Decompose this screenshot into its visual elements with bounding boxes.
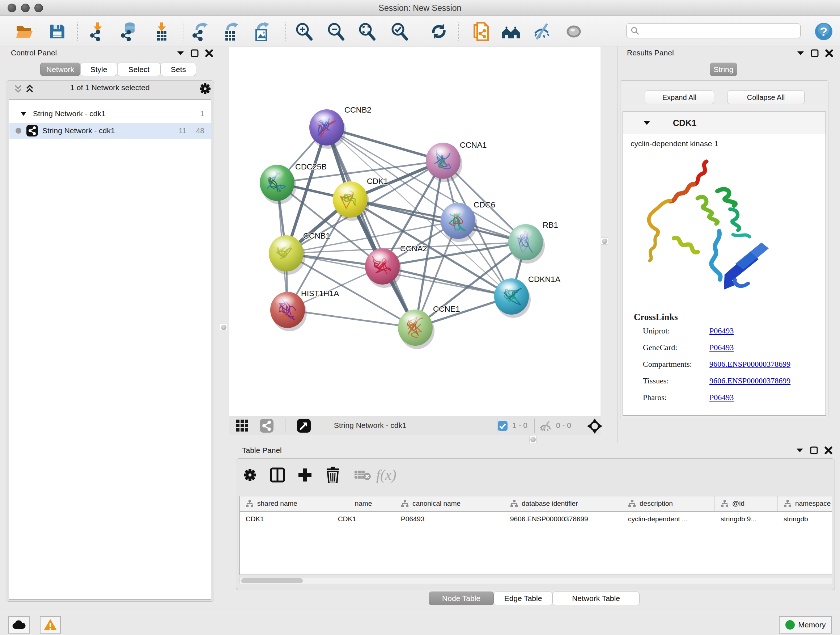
network-edge-CCNB2-CCNE1[interactable]: [327, 127, 415, 328]
crosslink-value-link[interactable]: P06493: [709, 343, 734, 352]
network-row[interactable]: String Network - cdk1 11 48: [9, 123, 211, 139]
tab-select[interactable]: Select: [117, 63, 161, 76]
tab-string-results[interactable]: String: [710, 63, 737, 76]
open-session-icon[interactable]: [14, 21, 35, 42]
table-cell[interactable]: CDK1: [332, 511, 395, 527]
crosslink-value-link[interactable]: P06493: [709, 393, 734, 402]
table-settings-icon[interactable]: [243, 468, 257, 482]
network-node-CDC25B[interactable]: CDC25B: [260, 162, 327, 204]
float-panel-icon[interactable]: [810, 447, 818, 454]
table-column-header[interactable]: shared name: [240, 496, 332, 511]
help-icon[interactable]: ?: [813, 21, 834, 42]
table-column-header[interactable]: canonical name: [395, 496, 504, 511]
network-edge-CCNA2-CDKN1A[interactable]: [382, 266, 512, 296]
network-node-label-CDKN1A: CDKN1A: [528, 275, 561, 284]
float-panel-icon[interactable]: [811, 49, 819, 57]
export-table-icon[interactable]: [220, 21, 241, 42]
zoom-fit-icon[interactable]: [356, 21, 377, 42]
string-view-icon[interactable]: [260, 419, 273, 432]
add-column-icon[interactable]: [297, 467, 313, 483]
crosslink-value-link[interactable]: 9606.ENSP00000378699: [709, 376, 790, 385]
table-cell[interactable]: 9606.ENSP00000378699: [504, 511, 622, 527]
hide-details-icon[interactable]: [531, 21, 553, 42]
delete-table-icon[interactable]: [355, 470, 371, 481]
tab-style[interactable]: Style: [80, 63, 117, 76]
table-column-header[interactable]: @id: [715, 496, 778, 511]
network-node-CDKN1A[interactable]: CDKN1A: [494, 275, 561, 318]
tab-sets[interactable]: Sets: [161, 63, 196, 76]
gene-expander-icon[interactable]: [643, 120, 651, 125]
memory-button[interactable]: Memory: [779, 616, 832, 633]
function-builder-icon[interactable]: f(x): [376, 466, 396, 483]
crosslink-value-link[interactable]: P06493: [709, 326, 734, 335]
open-in-window-icon[interactable]: [297, 419, 311, 432]
bottom-splitter-grip[interactable]: [529, 436, 537, 443]
close-panel-icon[interactable]: [825, 49, 833, 57]
hidden-eye-icon[interactable]: [539, 421, 551, 432]
network-node-RB1[interactable]: RB1: [508, 220, 558, 264]
table-cell[interactable]: CDK1: [240, 511, 332, 527]
split-columns-icon[interactable]: [270, 467, 285, 483]
right-splitter-grip[interactable]: [601, 238, 608, 245]
table-cell[interactable]: stringdb:9...: [715, 511, 778, 527]
homes-icon[interactable]: [500, 21, 521, 42]
network-node-CCNA1[interactable]: CCNA1: [426, 141, 487, 182]
network-node-CDC6[interactable]: CDC6: [441, 200, 495, 242]
grid-view-icon[interactable]: [236, 419, 249, 432]
close-panel-icon[interactable]: [205, 49, 213, 57]
network-node-CCNB2[interactable]: CCNB2: [309, 105, 371, 149]
zoom-out-icon[interactable]: [325, 21, 346, 42]
table-cell[interactable]: stringdb: [778, 511, 832, 527]
table-row[interactable]: CDK1CDK1P064939606.ENSP00000378699cyclin…: [240, 511, 832, 527]
table-column-header[interactable]: namespace: [778, 496, 832, 511]
table-column-header[interactable]: name: [332, 496, 395, 511]
export-image-icon[interactable]: [252, 21, 273, 42]
close-panel-icon[interactable]: [824, 447, 832, 454]
crosslink-value-link[interactable]: 9606.ENSP00000378699: [709, 359, 790, 369]
float-panel-icon[interactable]: [191, 49, 199, 57]
right-splitter[interactable]: [616, 46, 616, 443]
collapse-panel-icon[interactable]: [797, 51, 804, 55]
import-network-icon[interactable]: [87, 21, 108, 42]
cloud-button[interactable]: [8, 616, 30, 633]
fit-selected-icon[interactable]: [587, 418, 603, 434]
tab-edge-table[interactable]: Edge Table: [494, 592, 553, 605]
zoom-in-icon[interactable]: [294, 21, 314, 42]
collapse-panel-icon[interactable]: [177, 51, 184, 55]
import-database-icon[interactable]: [118, 21, 139, 42]
network-node-HIST1H1A[interactable]: HIST1H1A: [270, 289, 339, 331]
search-input[interactable]: [643, 27, 800, 35]
table-column-header[interactable]: database identifier: [504, 496, 622, 511]
warnings-button[interactable]: [40, 616, 61, 633]
network-node-CCNB1[interactable]: CCNB1: [269, 231, 330, 275]
network-graph[interactable]: CCNB2CCNA1CDC25BCDK1CDC6RB1CCNB1CCNA2CDK…: [229, 47, 600, 416]
left-splitter-grip[interactable]: [220, 324, 227, 331]
delete-column-icon[interactable]: [325, 467, 340, 483]
gene-section-header[interactable]: CDK1: [623, 112, 826, 134]
network-collection-row[interactable]: String Network - cdk1 1: [9, 106, 211, 122]
import-table-icon[interactable]: [151, 21, 172, 42]
tab-network[interactable]: Network: [40, 63, 80, 76]
table-hscrollbar-thumb[interactable]: [241, 578, 303, 583]
table-cell[interactable]: P06493: [395, 511, 504, 527]
left-splitter[interactable]: [228, 46, 228, 610]
expand-all-button[interactable]: Expand All: [645, 90, 714, 104]
network-options-gear-icon[interactable]: [199, 82, 211, 95]
network-node-CCNA2[interactable]: CCNA2: [365, 244, 427, 288]
export-network-icon[interactable]: [189, 21, 210, 42]
save-session-icon[interactable]: [47, 21, 68, 42]
show-details-icon[interactable]: [563, 21, 584, 42]
zoom-selected-icon[interactable]: [389, 21, 410, 42]
tab-node-table[interactable]: Node Table: [429, 592, 494, 605]
table-hscrollbar[interactable]: [240, 577, 832, 584]
network-canvas[interactable]: CCNB2CCNA1CDC25BCDK1CDC6RB1CCNB1CCNA2CDK…: [229, 47, 600, 416]
refresh-icon[interactable]: [428, 21, 449, 42]
collection-expander-icon[interactable]: [21, 112, 27, 116]
collapse-all-button[interactable]: Collapse All: [727, 90, 805, 104]
string-file-icon[interactable]: [471, 21, 492, 42]
table-column-header[interactable]: description: [622, 496, 715, 511]
tab-network-table[interactable]: Network Table: [553, 592, 639, 605]
collapse-panel-icon[interactable]: [796, 448, 804, 453]
table-cell[interactable]: cyclin-dependent ...: [622, 511, 715, 527]
selected-checkbox-icon[interactable]: [498, 421, 508, 431]
